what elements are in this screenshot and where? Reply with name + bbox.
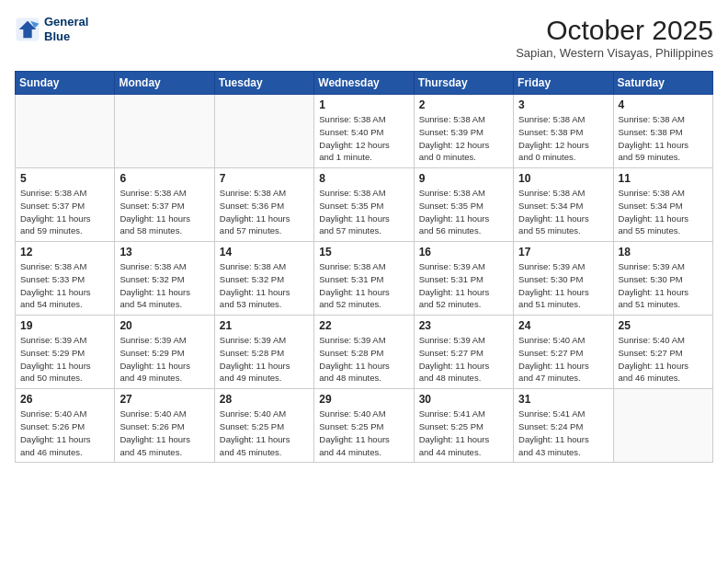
calendar-cell: 21Sunrise: 5:39 AM Sunset: 5:28 PM Dayli… <box>214 316 313 389</box>
calendar-cell: 17Sunrise: 5:39 AM Sunset: 5:30 PM Dayli… <box>514 242 613 316</box>
day-number: 3 <box>518 98 608 111</box>
day-number: 13 <box>119 246 209 259</box>
day-info: Sunrise: 5:39 AM Sunset: 5:30 PM Dayligh… <box>619 260 708 311</box>
day-number: 10 <box>518 172 608 185</box>
calendar-cell: 25Sunrise: 5:40 AM Sunset: 5:27 PM Dayli… <box>613 316 712 389</box>
day-number: 30 <box>419 393 508 406</box>
day-number: 21 <box>220 319 309 332</box>
calendar-cell: 27Sunrise: 5:40 AM Sunset: 5:26 PM Dayli… <box>115 389 214 463</box>
day-number: 29 <box>319 393 408 406</box>
weekday-header-friday: Friday <box>514 72 613 95</box>
day-info: Sunrise: 5:39 AM Sunset: 5:29 PM Dayligh… <box>20 334 109 385</box>
weekday-header-tuesday: Tuesday <box>214 72 313 95</box>
calendar-cell: 2Sunrise: 5:38 AM Sunset: 5:39 PM Daylig… <box>414 95 513 168</box>
calendar-week-row: 12Sunrise: 5:38 AM Sunset: 5:33 PM Dayli… <box>16 242 713 316</box>
calendar-cell: 19Sunrise: 5:39 AM Sunset: 5:29 PM Dayli… <box>16 316 115 389</box>
day-info: Sunrise: 5:40 AM Sunset: 5:25 PM Dayligh… <box>319 408 408 458</box>
day-number: 28 <box>220 393 309 406</box>
calendar-cell: 5Sunrise: 5:38 AM Sunset: 5:37 PM Daylig… <box>16 168 115 242</box>
day-number: 20 <box>119 319 209 332</box>
day-info: Sunrise: 5:39 AM Sunset: 5:30 PM Dayligh… <box>518 260 608 311</box>
day-number: 23 <box>419 319 508 332</box>
calendar-cell: 31Sunrise: 5:41 AM Sunset: 5:24 PM Dayli… <box>514 389 613 463</box>
day-info: Sunrise: 5:38 AM Sunset: 5:35 PM Dayligh… <box>419 187 508 237</box>
calendar-cell: 8Sunrise: 5:38 AM Sunset: 5:35 PM Daylig… <box>314 168 414 242</box>
day-info: Sunrise: 5:38 AM Sunset: 5:35 PM Dayligh… <box>319 187 408 237</box>
day-number: 25 <box>619 319 708 332</box>
day-info: Sunrise: 5:38 AM Sunset: 5:38 PM Dayligh… <box>619 113 708 164</box>
day-number: 27 <box>119 393 209 406</box>
calendar-cell: 22Sunrise: 5:39 AM Sunset: 5:28 PM Dayli… <box>314 316 414 389</box>
calendar-cell: 9Sunrise: 5:38 AM Sunset: 5:35 PM Daylig… <box>414 168 513 242</box>
day-info: Sunrise: 5:40 AM Sunset: 5:26 PM Dayligh… <box>119 408 209 458</box>
day-info: Sunrise: 5:40 AM Sunset: 5:27 PM Dayligh… <box>619 334 708 385</box>
weekday-header-wednesday: Wednesday <box>314 72 414 95</box>
month-title: October 2025 <box>516 15 713 46</box>
day-info: Sunrise: 5:38 AM Sunset: 5:33 PM Dayligh… <box>20 260 109 311</box>
calendar-cell: 26Sunrise: 5:40 AM Sunset: 5:26 PM Dayli… <box>16 389 115 463</box>
day-number: 15 <box>319 246 408 259</box>
day-info: Sunrise: 5:38 AM Sunset: 5:38 PM Dayligh… <box>518 113 608 164</box>
day-number: 16 <box>419 246 508 259</box>
calendar-cell: 24Sunrise: 5:40 AM Sunset: 5:27 PM Dayli… <box>514 316 613 389</box>
day-info: Sunrise: 5:39 AM Sunset: 5:27 PM Dayligh… <box>419 334 508 385</box>
day-number: 4 <box>619 98 708 111</box>
day-info: Sunrise: 5:38 AM Sunset: 5:37 PM Dayligh… <box>119 187 209 237</box>
calendar-cell: 7Sunrise: 5:38 AM Sunset: 5:36 PM Daylig… <box>214 168 313 242</box>
calendar-cell: 16Sunrise: 5:39 AM Sunset: 5:31 PM Dayli… <box>414 242 513 316</box>
day-number: 19 <box>20 319 109 332</box>
weekday-header-row: SundayMondayTuesdayWednesdayThursdayFrid… <box>16 72 713 95</box>
calendar-cell: 1Sunrise: 5:38 AM Sunset: 5:40 PM Daylig… <box>314 95 414 168</box>
calendar-cell: 13Sunrise: 5:38 AM Sunset: 5:32 PM Dayli… <box>115 242 214 316</box>
calendar-cell: 14Sunrise: 5:38 AM Sunset: 5:32 PM Dayli… <box>214 242 313 316</box>
day-info: Sunrise: 5:38 AM Sunset: 5:39 PM Dayligh… <box>419 113 508 164</box>
day-number: 8 <box>319 172 408 185</box>
day-info: Sunrise: 5:38 AM Sunset: 5:37 PM Dayligh… <box>20 187 109 237</box>
calendar-cell <box>613 389 712 463</box>
calendar-cell <box>16 95 115 168</box>
day-number: 12 <box>20 246 109 259</box>
calendar-cell: 4Sunrise: 5:38 AM Sunset: 5:38 PM Daylig… <box>613 95 712 168</box>
logo: General Blue <box>15 15 88 43</box>
calendar-week-row: 5Sunrise: 5:38 AM Sunset: 5:37 PM Daylig… <box>16 168 713 242</box>
calendar-cell <box>115 95 214 168</box>
day-info: Sunrise: 5:40 AM Sunset: 5:26 PM Dayligh… <box>20 408 109 458</box>
calendar-cell: 6Sunrise: 5:38 AM Sunset: 5:37 PM Daylig… <box>115 168 214 242</box>
calendar-week-row: 1Sunrise: 5:38 AM Sunset: 5:40 PM Daylig… <box>16 95 713 168</box>
day-number: 9 <box>419 172 508 185</box>
day-info: Sunrise: 5:38 AM Sunset: 5:34 PM Dayligh… <box>518 187 608 237</box>
day-info: Sunrise: 5:38 AM Sunset: 5:31 PM Dayligh… <box>319 260 408 311</box>
calendar-cell: 12Sunrise: 5:38 AM Sunset: 5:33 PM Dayli… <box>16 242 115 316</box>
calendar-cell: 20Sunrise: 5:39 AM Sunset: 5:29 PM Dayli… <box>115 316 214 389</box>
weekday-header-thursday: Thursday <box>414 72 513 95</box>
day-info: Sunrise: 5:38 AM Sunset: 5:34 PM Dayligh… <box>619 187 708 237</box>
day-number: 6 <box>119 172 209 185</box>
logo-icon <box>15 17 40 42</box>
day-info: Sunrise: 5:40 AM Sunset: 5:27 PM Dayligh… <box>518 334 608 385</box>
title-block: October 2025 Sapian, Western Visayas, Ph… <box>516 15 713 60</box>
calendar-cell: 28Sunrise: 5:40 AM Sunset: 5:25 PM Dayli… <box>214 389 313 463</box>
day-number: 26 <box>20 393 109 406</box>
calendar-cell: 30Sunrise: 5:41 AM Sunset: 5:25 PM Dayli… <box>414 389 513 463</box>
day-info: Sunrise: 5:39 AM Sunset: 5:28 PM Dayligh… <box>319 334 408 385</box>
calendar-week-row: 19Sunrise: 5:39 AM Sunset: 5:29 PM Dayli… <box>16 316 713 389</box>
location-title: Sapian, Western Visayas, Philippines <box>516 46 713 60</box>
calendar-cell <box>214 95 313 168</box>
calendar-cell: 11Sunrise: 5:38 AM Sunset: 5:34 PM Dayli… <box>613 168 712 242</box>
calendar-cell: 15Sunrise: 5:38 AM Sunset: 5:31 PM Dayli… <box>314 242 414 316</box>
day-number: 11 <box>619 172 708 185</box>
day-info: Sunrise: 5:38 AM Sunset: 5:32 PM Dayligh… <box>220 260 309 311</box>
calendar-cell: 10Sunrise: 5:38 AM Sunset: 5:34 PM Dayli… <box>514 168 613 242</box>
calendar-week-row: 26Sunrise: 5:40 AM Sunset: 5:26 PM Dayli… <box>16 389 713 463</box>
weekday-header-sunday: Sunday <box>16 72 115 95</box>
day-number: 14 <box>220 246 309 259</box>
page-header: General Blue October 2025 Sapian, Wester… <box>15 15 713 60</box>
day-number: 22 <box>319 319 408 332</box>
day-info: Sunrise: 5:38 AM Sunset: 5:40 PM Dayligh… <box>319 113 408 164</box>
day-number: 17 <box>518 246 608 259</box>
calendar-table: SundayMondayTuesdayWednesdayThursdayFrid… <box>15 71 713 463</box>
day-info: Sunrise: 5:39 AM Sunset: 5:31 PM Dayligh… <box>419 260 508 311</box>
weekday-header-monday: Monday <box>115 72 214 95</box>
day-info: Sunrise: 5:41 AM Sunset: 5:24 PM Dayligh… <box>518 408 608 458</box>
calendar-cell: 18Sunrise: 5:39 AM Sunset: 5:30 PM Dayli… <box>613 242 712 316</box>
